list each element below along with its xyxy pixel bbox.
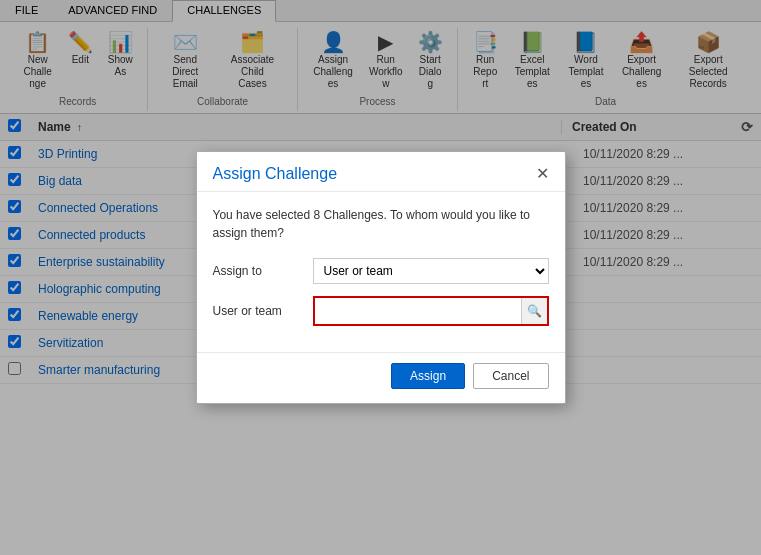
user-team-search-wrap: 🔍: [313, 296, 549, 326]
modal-title: Assign Challenge: [213, 165, 338, 183]
user-team-input[interactable]: [315, 298, 521, 324]
modal-footer: Assign Cancel: [197, 352, 565, 403]
assign-to-select[interactable]: User or team: [313, 258, 549, 284]
user-team-label: User or team: [213, 304, 313, 318]
assign-to-label: Assign to: [213, 264, 313, 278]
modal-overlay: Assign Challenge ✕ You have selected 8 C…: [0, 0, 761, 555]
modal-body: You have selected 8 Challenges. To whom …: [197, 192, 565, 352]
assign-challenge-modal: Assign Challenge ✕ You have selected 8 C…: [196, 151, 566, 404]
assign-to-row: Assign to User or team: [213, 258, 549, 284]
modal-title-bar: Assign Challenge ✕: [197, 152, 565, 192]
assign-button[interactable]: Assign: [391, 363, 465, 389]
user-team-search-button[interactable]: 🔍: [521, 298, 547, 324]
cancel-button[interactable]: Cancel: [473, 363, 548, 389]
modal-close-button[interactable]: ✕: [536, 164, 549, 183]
search-icon: 🔍: [527, 304, 542, 318]
user-team-row: User or team 🔍: [213, 296, 549, 326]
modal-description: You have selected 8 Challenges. To whom …: [213, 206, 549, 242]
